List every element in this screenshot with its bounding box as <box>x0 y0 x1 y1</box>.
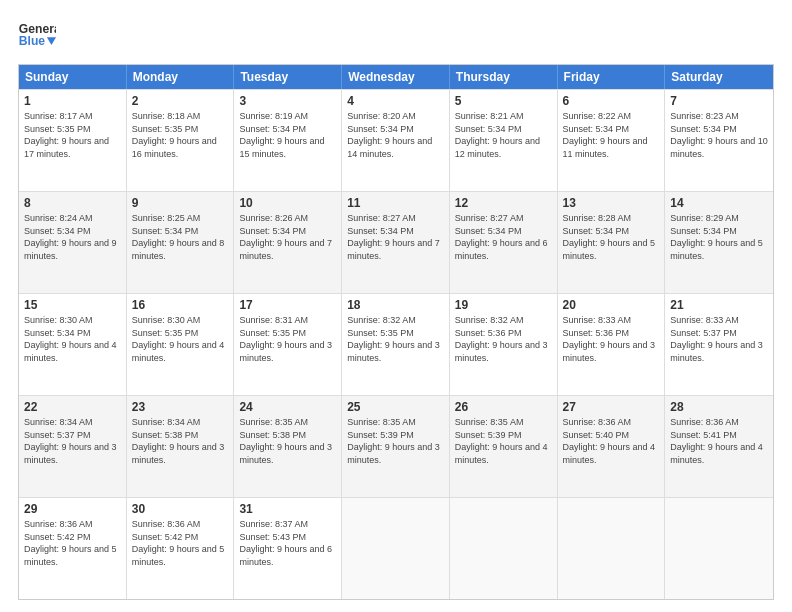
cal-cell-day-6: 6Sunrise: 8:22 AMSunset: 5:34 PMDaylight… <box>558 90 666 191</box>
daylight-label: Daylight: 9 hours and 5 minutes. <box>132 544 225 567</box>
cal-header-cell-monday: Monday <box>127 65 235 89</box>
cal-cell-day-9: 9Sunrise: 8:25 AMSunset: 5:34 PMDaylight… <box>127 192 235 293</box>
sunrise-label: Sunrise: 8:17 AM <box>24 111 93 121</box>
cal-header-cell-wednesday: Wednesday <box>342 65 450 89</box>
sunset-label: Sunset: 5:34 PM <box>132 226 199 236</box>
day-info: Sunrise: 8:35 AMSunset: 5:39 PMDaylight:… <box>455 416 552 466</box>
day-number: 9 <box>132 196 229 210</box>
sunset-label: Sunset: 5:34 PM <box>24 226 91 236</box>
day-number: 22 <box>24 400 121 414</box>
sunrise-label: Sunrise: 8:35 AM <box>239 417 308 427</box>
calendar-body: 1Sunrise: 8:17 AMSunset: 5:35 PMDaylight… <box>19 89 773 599</box>
sunrise-label: Sunrise: 8:36 AM <box>24 519 93 529</box>
sunrise-label: Sunrise: 8:34 AM <box>132 417 201 427</box>
svg-text:Blue: Blue <box>19 34 46 48</box>
daylight-label: Daylight: 9 hours and 14 minutes. <box>347 136 432 159</box>
day-number: 24 <box>239 400 336 414</box>
sunrise-label: Sunrise: 8:22 AM <box>563 111 632 121</box>
sunset-label: Sunset: 5:43 PM <box>239 532 306 542</box>
day-info: Sunrise: 8:35 AMSunset: 5:38 PMDaylight:… <box>239 416 336 466</box>
day-info: Sunrise: 8:32 AMSunset: 5:36 PMDaylight:… <box>455 314 552 364</box>
daylight-label: Daylight: 9 hours and 15 minutes. <box>239 136 324 159</box>
cal-cell-day-16: 16Sunrise: 8:30 AMSunset: 5:35 PMDayligh… <box>127 294 235 395</box>
cal-cell-day-11: 11Sunrise: 8:27 AMSunset: 5:34 PMDayligh… <box>342 192 450 293</box>
sunset-label: Sunset: 5:34 PM <box>563 226 630 236</box>
cal-cell-empty <box>558 498 666 599</box>
cal-cell-day-10: 10Sunrise: 8:26 AMSunset: 5:34 PMDayligh… <box>234 192 342 293</box>
cal-cell-day-3: 3Sunrise: 8:19 AMSunset: 5:34 PMDaylight… <box>234 90 342 191</box>
sunrise-label: Sunrise: 8:24 AM <box>24 213 93 223</box>
cal-cell-day-22: 22Sunrise: 8:34 AMSunset: 5:37 PMDayligh… <box>19 396 127 497</box>
sunrise-label: Sunrise: 8:30 AM <box>132 315 201 325</box>
day-info: Sunrise: 8:36 AMSunset: 5:41 PMDaylight:… <box>670 416 768 466</box>
day-info: Sunrise: 8:18 AMSunset: 5:35 PMDaylight:… <box>132 110 229 160</box>
cal-cell-day-23: 23Sunrise: 8:34 AMSunset: 5:38 PMDayligh… <box>127 396 235 497</box>
sunset-label: Sunset: 5:34 PM <box>24 328 91 338</box>
cal-cell-day-19: 19Sunrise: 8:32 AMSunset: 5:36 PMDayligh… <box>450 294 558 395</box>
day-info: Sunrise: 8:28 AMSunset: 5:34 PMDaylight:… <box>563 212 660 262</box>
cal-week-row-4: 22Sunrise: 8:34 AMSunset: 5:37 PMDayligh… <box>19 395 773 497</box>
daylight-label: Daylight: 9 hours and 4 minutes. <box>132 340 225 363</box>
day-number: 11 <box>347 196 444 210</box>
cal-cell-day-21: 21Sunrise: 8:33 AMSunset: 5:37 PMDayligh… <box>665 294 773 395</box>
cal-cell-empty <box>450 498 558 599</box>
logo: General Blue <box>18 16 56 54</box>
day-info: Sunrise: 8:36 AMSunset: 5:42 PMDaylight:… <box>24 518 121 568</box>
day-info: Sunrise: 8:30 AMSunset: 5:34 PMDaylight:… <box>24 314 121 364</box>
daylight-label: Daylight: 9 hours and 3 minutes. <box>347 442 440 465</box>
sunrise-label: Sunrise: 8:27 AM <box>347 213 416 223</box>
cal-week-row-3: 15Sunrise: 8:30 AMSunset: 5:34 PMDayligh… <box>19 293 773 395</box>
sunrise-label: Sunrise: 8:18 AM <box>132 111 201 121</box>
cal-header-cell-sunday: Sunday <box>19 65 127 89</box>
day-info: Sunrise: 8:31 AMSunset: 5:35 PMDaylight:… <box>239 314 336 364</box>
sunset-label: Sunset: 5:34 PM <box>347 226 414 236</box>
cal-header-cell-saturday: Saturday <box>665 65 773 89</box>
sunset-label: Sunset: 5:35 PM <box>132 124 199 134</box>
sunrise-label: Sunrise: 8:36 AM <box>132 519 201 529</box>
sunset-label: Sunset: 5:39 PM <box>347 430 414 440</box>
sunset-label: Sunset: 5:34 PM <box>455 124 522 134</box>
day-info: Sunrise: 8:36 AMSunset: 5:40 PMDaylight:… <box>563 416 660 466</box>
cal-cell-day-17: 17Sunrise: 8:31 AMSunset: 5:35 PMDayligh… <box>234 294 342 395</box>
daylight-label: Daylight: 9 hours and 3 minutes. <box>24 442 117 465</box>
sunrise-label: Sunrise: 8:21 AM <box>455 111 524 121</box>
cal-cell-day-2: 2Sunrise: 8:18 AMSunset: 5:35 PMDaylight… <box>127 90 235 191</box>
cal-cell-day-28: 28Sunrise: 8:36 AMSunset: 5:41 PMDayligh… <box>665 396 773 497</box>
day-number: 1 <box>24 94 121 108</box>
cal-header-cell-tuesday: Tuesday <box>234 65 342 89</box>
sunset-label: Sunset: 5:35 PM <box>347 328 414 338</box>
daylight-label: Daylight: 9 hours and 5 minutes. <box>24 544 117 567</box>
sunrise-label: Sunrise: 8:31 AM <box>239 315 308 325</box>
daylight-label: Daylight: 9 hours and 3 minutes. <box>132 442 225 465</box>
cal-cell-day-1: 1Sunrise: 8:17 AMSunset: 5:35 PMDaylight… <box>19 90 127 191</box>
daylight-label: Daylight: 9 hours and 7 minutes. <box>347 238 440 261</box>
cal-cell-empty <box>665 498 773 599</box>
daylight-label: Daylight: 9 hours and 4 minutes. <box>455 442 548 465</box>
day-number: 12 <box>455 196 552 210</box>
day-number: 29 <box>24 502 121 516</box>
day-number: 30 <box>132 502 229 516</box>
day-info: Sunrise: 8:37 AMSunset: 5:43 PMDaylight:… <box>239 518 336 568</box>
sunrise-label: Sunrise: 8:36 AM <box>670 417 739 427</box>
sunrise-label: Sunrise: 8:23 AM <box>670 111 739 121</box>
cal-week-row-5: 29Sunrise: 8:36 AMSunset: 5:42 PMDayligh… <box>19 497 773 599</box>
day-info: Sunrise: 8:34 AMSunset: 5:38 PMDaylight:… <box>132 416 229 466</box>
sunset-label: Sunset: 5:42 PM <box>132 532 199 542</box>
cal-cell-day-14: 14Sunrise: 8:29 AMSunset: 5:34 PMDayligh… <box>665 192 773 293</box>
day-number: 6 <box>563 94 660 108</box>
day-info: Sunrise: 8:33 AMSunset: 5:36 PMDaylight:… <box>563 314 660 364</box>
sunrise-label: Sunrise: 8:32 AM <box>347 315 416 325</box>
day-number: 23 <box>132 400 229 414</box>
daylight-label: Daylight: 9 hours and 3 minutes. <box>670 340 763 363</box>
cal-cell-day-12: 12Sunrise: 8:27 AMSunset: 5:34 PMDayligh… <box>450 192 558 293</box>
day-info: Sunrise: 8:36 AMSunset: 5:42 PMDaylight:… <box>132 518 229 568</box>
day-number: 8 <box>24 196 121 210</box>
daylight-label: Daylight: 9 hours and 4 minutes. <box>670 442 763 465</box>
sunrise-label: Sunrise: 8:30 AM <box>24 315 93 325</box>
sunrise-label: Sunrise: 8:35 AM <box>455 417 524 427</box>
day-number: 16 <box>132 298 229 312</box>
cal-week-row-2: 8Sunrise: 8:24 AMSunset: 5:34 PMDaylight… <box>19 191 773 293</box>
daylight-label: Daylight: 9 hours and 12 minutes. <box>455 136 540 159</box>
day-number: 21 <box>670 298 768 312</box>
daylight-label: Daylight: 9 hours and 11 minutes. <box>563 136 648 159</box>
